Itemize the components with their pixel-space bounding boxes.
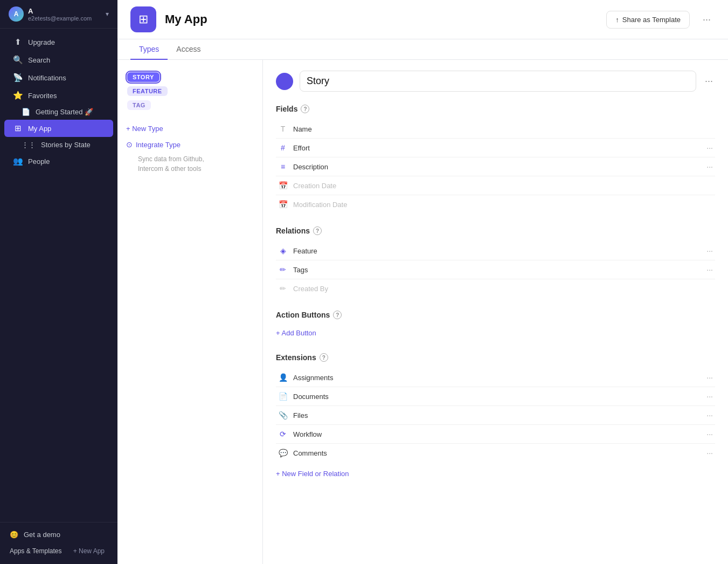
sidebar-item-label: Notifications: [28, 74, 66, 82]
add-button-link[interactable]: + Add Button: [276, 326, 715, 340]
type-tag-tag[interactable]: TAG: [127, 100, 151, 110]
star-icon: ⭐: [13, 91, 23, 100]
field-more-button[interactable]: ···: [706, 162, 713, 171]
field-name: Comments: [293, 449, 701, 457]
field-row: ◈ Feature ···: [276, 242, 715, 260]
field-name: Feature: [293, 247, 701, 255]
tab-access[interactable]: Access: [168, 39, 209, 60]
field-name: Assignments: [293, 374, 701, 382]
grid-icon: ⊞: [13, 123, 23, 133]
extensions-section-heading: Extensions ?: [276, 353, 715, 362]
field-more-button[interactable]: ···: [706, 392, 713, 401]
field-name: Tags: [293, 266, 701, 274]
field-row: 📎 Files ···: [276, 406, 715, 425]
field-more-button[interactable]: ···: [706, 449, 713, 457]
people-icon: 👥: [13, 156, 23, 166]
field-row: 💬 Comments ···: [276, 444, 715, 462]
main-content: ⊞ My App ↑ Share as Template ··· Types A…: [117, 0, 728, 564]
field-row: T Name: [276, 120, 715, 139]
sidebar-item-stories-by-state[interactable]: ⋮⋮ Stories by State: [4, 137, 113, 152]
page-title: My App: [165, 12, 598, 26]
sidebar-item-get-a-demo[interactable]: 😊 Get a demo: [4, 527, 113, 542]
sidebar-top: A A e2etests@example.com ▾: [0, 0, 117, 29]
field-row: ≡ Description ···: [276, 157, 715, 176]
sidebar-item-notifications[interactable]: 📡 Notifications: [4, 69, 113, 86]
sidebar-item-my-app[interactable]: ⊞ My App: [4, 120, 113, 137]
fields-list: T Name # Effort ··· ≡ Description ··· 📅 …: [276, 120, 715, 214]
sidebar-item-favorites[interactable]: ⭐ Favorites: [4, 87, 113, 104]
upgrade-icon: ⬆: [13, 37, 23, 47]
field-name: Workflow: [293, 430, 701, 438]
assignments-icon: 👤: [278, 373, 288, 382]
relations-section-heading: Relations ?: [276, 226, 715, 235]
sidebar-item-upgrade[interactable]: ⬆ Upgrade: [4, 33, 113, 51]
integrate-icon: ⊙: [126, 140, 133, 149]
field-name: Documents: [293, 393, 701, 401]
sidebar-bottom: 😊 Get a demo Apps & Templates + New App: [0, 522, 117, 564]
types-panel: STORY FEATURE TAG + New Type ⊙ ⊙ Integra…: [117, 60, 263, 564]
sidebar-item-getting-started[interactable]: 📄 Getting Started 🚀: [4, 105, 113, 119]
action-buttons-section-heading: Action Buttons ?: [276, 311, 715, 319]
hash-icon: #: [278, 143, 288, 153]
action-buttons-help-icon[interactable]: ?: [333, 311, 342, 319]
sidebar-item-people[interactable]: 👥 People: [4, 153, 113, 170]
field-more-button[interactable]: ···: [706, 143, 713, 152]
type-tag-story[interactable]: STORY: [127, 72, 160, 82]
field-row: 📄 Documents ···: [276, 387, 715, 406]
new-app-button[interactable]: + New App: [70, 546, 108, 556]
sidebar-item-label: Get a demo: [24, 531, 60, 539]
comments-icon: 💬: [278, 448, 288, 458]
tab-bar: Types Access: [117, 39, 728, 60]
field-name: Created By: [293, 285, 713, 293]
avatar: A: [9, 6, 24, 22]
fields-section-heading: Fields ?: [276, 105, 715, 113]
type-tags: STORY FEATURE TAG: [126, 71, 254, 112]
field-name: Modification Date: [293, 201, 713, 209]
field-row: ⟳ Workflow ···: [276, 425, 715, 444]
extensions-list: 👤 Assignments ··· 📄 Documents ··· 📎 File…: [276, 368, 715, 462]
new-type-button[interactable]: + New Type: [126, 122, 254, 135]
integrate-description: Sync data from Github,Intercom & other t…: [138, 154, 254, 174]
share-template-button[interactable]: ↑ Share as Template: [606, 11, 690, 29]
tab-types[interactable]: Types: [130, 39, 168, 60]
field-name: Effort: [293, 144, 701, 152]
type-color-dot[interactable]: [276, 73, 293, 90]
field-name: Creation Date: [293, 182, 713, 190]
type-tag-feature[interactable]: FEATURE: [127, 86, 168, 96]
field-row: ✏ Created By: [276, 279, 715, 298]
calendar-icon: 📅: [278, 181, 288, 190]
field-name: Name: [293, 125, 713, 133]
sidebar-item-label: Favorites: [28, 92, 57, 100]
doc-icon: 📄: [22, 108, 30, 116]
tags-relation-icon: ✏: [278, 265, 288, 274]
extensions-help-icon[interactable]: ?: [320, 353, 328, 362]
sidebar-item-label: Stories by State: [41, 141, 91, 149]
new-field-relation-link[interactable]: + New Field or Relation: [276, 466, 715, 481]
sidebar-item-search[interactable]: 🔍 Search: [4, 51, 113, 68]
integrate-type-button[interactable]: ⊙ ⊙ Integrate Type Integrate Type: [126, 138, 254, 151]
header-more-button[interactable]: ···: [698, 10, 715, 30]
feature-relation-icon: ◈: [278, 246, 288, 256]
field-more-button[interactable]: ···: [706, 265, 713, 274]
type-name-input[interactable]: [300, 71, 696, 92]
fields-help-icon[interactable]: ?: [301, 105, 309, 113]
relations-help-icon[interactable]: ?: [313, 226, 322, 235]
field-row: ✏ Tags ···: [276, 260, 715, 279]
sidebar-item-label: Getting Started 🚀: [36, 108, 93, 116]
type-more-button[interactable]: ···: [703, 73, 715, 89]
description-icon: ≡: [278, 162, 288, 171]
field-more-button[interactable]: ···: [706, 373, 713, 382]
field-more-button[interactable]: ···: [706, 430, 713, 438]
detail-panel: ··· Fields ? T Name # Effort ··· ≡: [263, 60, 728, 564]
app-icon: ⊞: [130, 6, 156, 32]
field-more-button[interactable]: ···: [706, 411, 713, 419]
field-more-button[interactable]: ···: [706, 246, 713, 255]
field-row: 📅 Modification Date: [276, 195, 715, 214]
user-row[interactable]: A A e2etests@example.com ▾: [9, 6, 109, 22]
sidebar-item-label: Upgrade: [28, 38, 55, 46]
share-icon: ↑: [615, 16, 619, 24]
calendar-icon: 📅: [278, 200, 288, 209]
sidebar-item-label: People: [28, 157, 50, 166]
user-name: A: [28, 7, 101, 15]
relations-list: ◈ Feature ··· ✏ Tags ··· ✏ Created By: [276, 242, 715, 298]
